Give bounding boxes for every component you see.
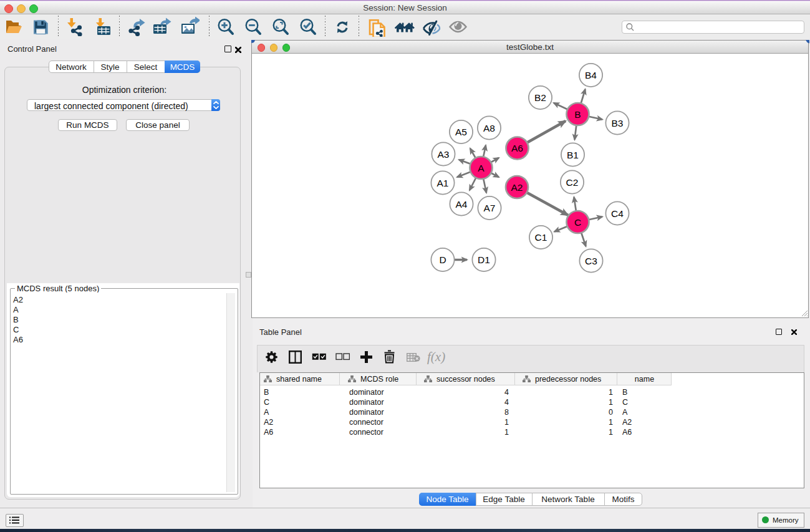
svg-text:C: C bbox=[574, 217, 581, 228]
svg-text:B3: B3 bbox=[612, 118, 624, 128]
svg-text:B1: B1 bbox=[567, 150, 579, 160]
svg-text:A2: A2 bbox=[511, 182, 523, 193]
svg-text:A: A bbox=[478, 163, 485, 173]
svg-text:C1: C1 bbox=[535, 232, 547, 243]
svg-text:C4: C4 bbox=[611, 208, 624, 219]
svg-text:A5: A5 bbox=[455, 127, 467, 137]
svg-text:A3: A3 bbox=[438, 149, 450, 160]
svg-text:A6: A6 bbox=[511, 143, 523, 153]
svg-text:A1: A1 bbox=[437, 178, 449, 188]
svg-text:D1: D1 bbox=[478, 254, 490, 265]
svg-text:B4: B4 bbox=[585, 70, 597, 80]
svg-text:A7: A7 bbox=[484, 203, 496, 213]
svg-text:C3: C3 bbox=[585, 256, 597, 266]
svg-text:B2: B2 bbox=[534, 92, 546, 103]
svg-text:A4: A4 bbox=[456, 199, 468, 210]
svg-text:D: D bbox=[439, 254, 446, 265]
svg-text:B: B bbox=[574, 109, 581, 120]
svg-text:C2: C2 bbox=[566, 177, 579, 188]
svg-text:A8: A8 bbox=[483, 123, 495, 133]
